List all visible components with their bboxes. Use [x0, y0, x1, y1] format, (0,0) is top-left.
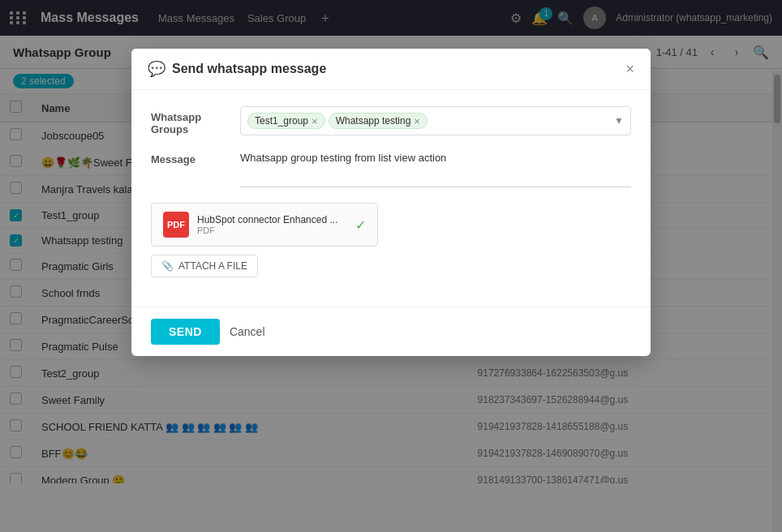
pdf-icon: PDF — [163, 212, 189, 238]
file-type: PDF — [197, 225, 347, 235]
modal-close-button[interactable]: × — [625, 62, 634, 76]
file-info: HubSpot connector Enhanced ... PDF — [197, 214, 347, 235]
tag-remove-button[interactable]: × — [414, 116, 420, 127]
groups-label: Whatsapp Groups — [151, 106, 240, 135]
paperclip-icon: 📎 — [161, 260, 174, 272]
message-label: Message — [151, 148, 240, 165]
groups-row: Whatsapp Groups Test1_group×Whatsapp tes… — [151, 106, 631, 135]
groups-input-container: Test1_group×Whatsapp testing×▼ — [240, 106, 631, 135]
modal-footer: SEND Cancel — [131, 307, 651, 356]
file-item: PDF HubSpot connector Enhanced ... PDF ✓ — [151, 203, 378, 247]
tag-label: Test1_group — [255, 115, 308, 127]
message-input[interactable] — [240, 148, 631, 187]
attachment-area: PDF HubSpot connector Enhanced ... PDF ✓… — [151, 203, 631, 277]
file-check-icon: ✓ — [355, 217, 366, 233]
file-name: HubSpot connector Enhanced ... — [197, 214, 347, 225]
message-row: Message — [151, 148, 631, 190]
dropdown-arrow-icon[interactable]: ▼ — [614, 115, 624, 127]
attach-file-button[interactable]: 📎 ATTACH A FILE — [151, 255, 258, 277]
tags-input[interactable]: Test1_group×Whatsapp testing×▼ — [240, 106, 631, 135]
tag-remove-button[interactable]: × — [312, 116, 318, 127]
modal-title-container: 💬 Send whatsapp message — [148, 60, 326, 78]
modal: 💬 Send whatsapp message × Whatsapp Group… — [131, 49, 651, 356]
group-tag: Test1_group× — [247, 113, 325, 129]
modal-overlay: 💬 Send whatsapp message × Whatsapp Group… — [0, 0, 782, 532]
tag-label: Whatsapp testing — [336, 115, 411, 127]
cancel-button[interactable]: Cancel — [230, 325, 265, 338]
attach-btn-label: ATTACH A FILE — [178, 260, 247, 272]
modal-header: 💬 Send whatsapp message × — [131, 49, 651, 90]
whatsapp-icon: 💬 — [148, 60, 165, 78]
modal-title: Send whatsapp message — [172, 62, 326, 76]
message-input-container — [240, 148, 631, 190]
group-tag: Whatsapp testing× — [329, 113, 428, 129]
modal-body: Whatsapp Groups Test1_group×Whatsapp tes… — [131, 90, 651, 307]
send-button[interactable]: SEND — [151, 319, 220, 345]
